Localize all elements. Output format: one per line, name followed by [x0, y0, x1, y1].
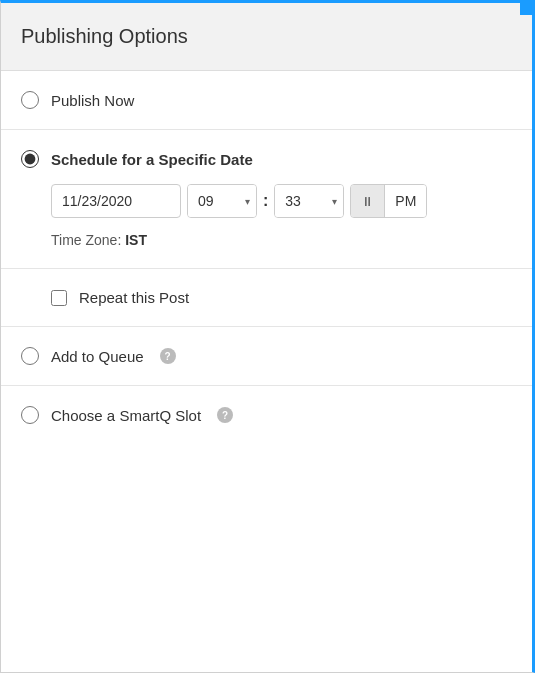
panel-header: Publishing Options: [1, 3, 532, 71]
panel-title: Publishing Options: [21, 25, 512, 48]
hour-select-wrapper: 09 10 11 12 ▾: [187, 184, 257, 218]
publishing-options-panel: Publishing Options Publish Now Schedule …: [0, 0, 535, 673]
repeat-row: Repeat this Post: [51, 289, 512, 306]
schedule-row: Schedule for a Specific Date: [21, 150, 512, 168]
schedule-label[interactable]: Schedule for a Specific Date: [51, 151, 253, 168]
publish-now-section: Publish Now: [1, 71, 532, 130]
add-to-queue-row: Add to Queue ?: [21, 347, 512, 365]
ampm-wrapper: ⏸ PM: [350, 184, 427, 218]
blue-corner-dot: [520, 3, 532, 15]
schedule-controls: 09 10 11 12 ▾ : 33 00 15 30 45 ▾: [51, 184, 512, 218]
timezone-row: Time Zone: IST: [51, 232, 512, 248]
schedule-section: Schedule for a Specific Date 09 10 11 12…: [1, 130, 532, 269]
smartq-row: Choose a SmartQ Slot ?: [21, 406, 512, 424]
add-to-queue-help-icon[interactable]: ?: [160, 348, 176, 364]
smartq-section: Choose a SmartQ Slot ?: [1, 386, 532, 444]
time-colon: :: [263, 192, 268, 210]
schedule-radio[interactable]: [21, 150, 39, 168]
timezone-label: Time Zone:: [51, 232, 121, 248]
add-to-queue-label[interactable]: Add to Queue: [51, 348, 144, 365]
pause-icon: ⏸: [361, 194, 374, 209]
minute-select-wrapper: 33 00 15 30 45 ▾: [274, 184, 344, 218]
smartq-radio[interactable]: [21, 406, 39, 424]
add-to-queue-radio[interactable]: [21, 347, 39, 365]
minute-select[interactable]: 33 00 15 30 45: [275, 185, 343, 217]
date-input[interactable]: [51, 184, 181, 218]
smartq-help-icon[interactable]: ?: [217, 407, 233, 423]
repeat-checkbox[interactable]: [51, 290, 67, 306]
hour-select[interactable]: 09 10 11 12: [188, 185, 256, 217]
repeat-section: Repeat this Post: [1, 269, 532, 327]
pause-button[interactable]: ⏸: [351, 185, 385, 217]
add-to-queue-section: Add to Queue ?: [1, 327, 532, 386]
publish-now-row: Publish Now: [21, 91, 512, 109]
publish-now-radio[interactable]: [21, 91, 39, 109]
repeat-label[interactable]: Repeat this Post: [79, 289, 189, 306]
smartq-label[interactable]: Choose a SmartQ Slot: [51, 407, 201, 424]
publish-now-label[interactable]: Publish Now: [51, 92, 134, 109]
timezone-value: IST: [125, 232, 147, 248]
ampm-value: PM: [385, 185, 426, 217]
